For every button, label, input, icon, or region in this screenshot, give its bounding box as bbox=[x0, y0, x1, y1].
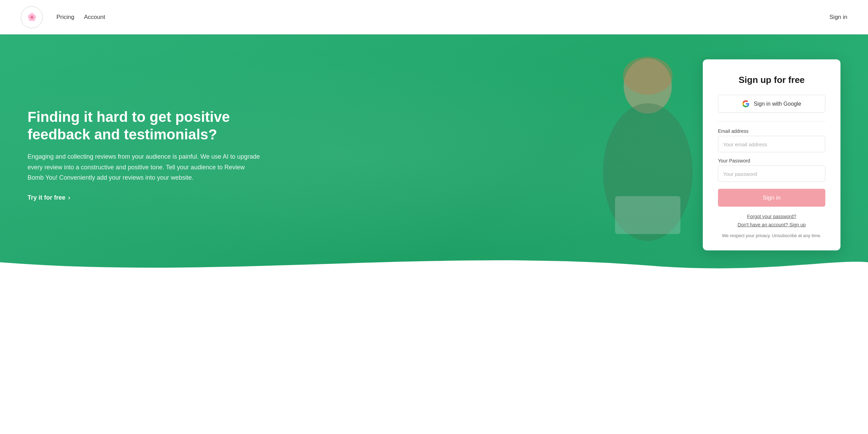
google-icon bbox=[742, 100, 750, 108]
hero-title: Finding it hard to get positive feedback… bbox=[28, 108, 262, 143]
nav-link-pricing[interactable]: Pricing bbox=[56, 14, 74, 21]
hero-wave bbox=[0, 248, 868, 275]
google-signin-button[interactable]: Sign in with Google bbox=[718, 95, 825, 113]
hero-cta-arrow-icon: › bbox=[68, 194, 70, 201]
forgot-password-link[interactable]: Forgot your password? bbox=[747, 214, 796, 219]
hero-description: Engaging and collecting reviews from you… bbox=[28, 151, 262, 183]
password-label: Your Password bbox=[718, 158, 825, 163]
navbar-left: 🌸 Pricing Account bbox=[21, 6, 105, 28]
navbar: 🌸 Pricing Account Sign in bbox=[0, 0, 868, 34]
form-links: Forgot your password? Don't have an acco… bbox=[718, 214, 825, 227]
logo-icon: 🌸 bbox=[27, 13, 36, 22]
hero-cta-link[interactable]: Try it for free › bbox=[28, 194, 70, 201]
logo: 🌸 bbox=[21, 6, 43, 28]
google-btn-label: Sign in with Google bbox=[754, 101, 801, 107]
signup-card: Sign up for free Sign in with Google Ema… bbox=[703, 60, 840, 251]
privacy-text: We respect your privacy. Unsubscribe at … bbox=[718, 233, 825, 238]
signin-button[interactable]: Sign in bbox=[718, 189, 825, 207]
nav-link-account[interactable]: Account bbox=[84, 14, 105, 21]
no-account-link[interactable]: Don't have an account? Sign up bbox=[738, 222, 806, 227]
nav-signin-button[interactable]: Sign in bbox=[829, 14, 847, 21]
hero-cta-label: Try it for free bbox=[28, 194, 65, 201]
signup-title: Sign up for free bbox=[718, 75, 825, 85]
email-label: Email address bbox=[718, 128, 825, 134]
nav-links: Pricing Account bbox=[56, 14, 105, 21]
hero-text-block: Finding it hard to get positive feedback… bbox=[28, 108, 262, 201]
password-input[interactable] bbox=[718, 166, 825, 182]
form-divider bbox=[718, 121, 825, 121]
email-input[interactable] bbox=[718, 136, 825, 152]
hero-section: Finding it hard to get positive feedback… bbox=[0, 34, 868, 275]
